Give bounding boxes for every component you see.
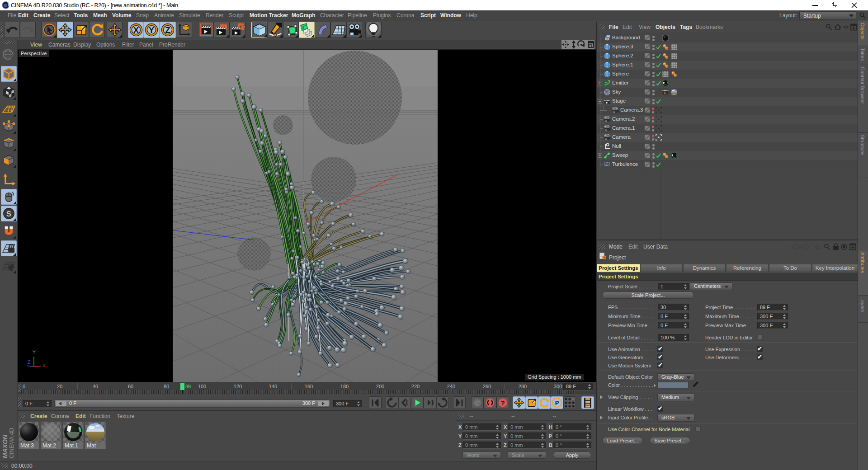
svg-text:X: X <box>133 26 139 35</box>
svg-text:S: S <box>6 210 11 218</box>
svg-text:Y: Y <box>149 26 154 35</box>
svg-text:Z: Z <box>28 360 30 365</box>
svg-text:Z: Z <box>165 26 170 35</box>
svg-text:?: ? <box>500 399 505 407</box>
svg-text:X: X <box>42 363 46 368</box>
svg-text:P: P <box>555 400 559 406</box>
svg-text:Y: Y <box>33 350 36 355</box>
